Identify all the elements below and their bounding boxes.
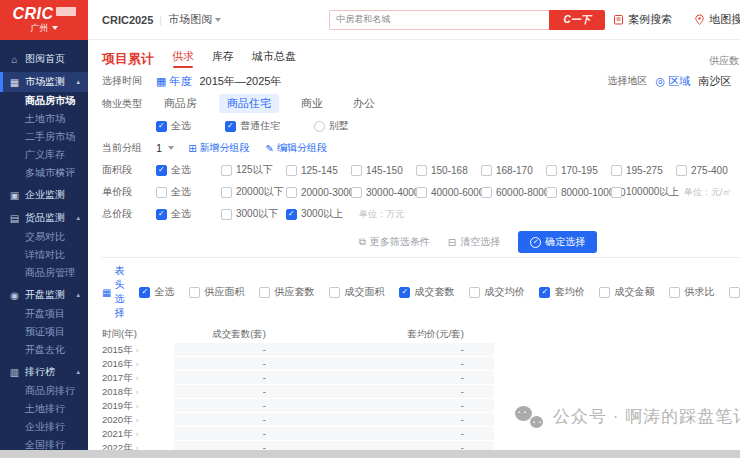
table-cell[interactable]: 2017年› [102,371,174,385]
sidebar-item-home[interactable]: ⌂图阅首页 [0,49,88,69]
add-group-button[interactable]: ⊞新增分组段 [188,141,249,155]
property-type-3[interactable]: 办公 [345,94,383,113]
metric-option-0[interactable]: 全选 [139,285,174,299]
sidebar-item-multi-city-compare[interactable]: 多城市横评 [0,164,88,182]
sidebar-item-opening-project[interactable]: 开盘项目 [0,305,88,323]
sidebar-item-housing-rank[interactable]: 商品房排行 [0,382,88,400]
price-option-7[interactable]: 100000以上 [611,185,676,199]
option-label: 20000以下 [236,185,284,199]
region-value[interactable]: 南沙区 [698,74,731,89]
tab-1[interactable]: 库存 [212,49,234,68]
metric-option-6[interactable]: 套均价 [539,285,584,299]
table-cell: - [174,399,304,413]
table-cell[interactable]: 2018年› [102,385,174,399]
sidebar-item-detail-compare[interactable]: 详情对比 [0,246,88,264]
sidebar-item-enterprise-monitor[interactable]: ▣企业监测 [0,185,88,205]
home-icon: ⌂ [9,54,20,65]
breadcrumb: CRIC2025 | 市场图阅 [102,12,221,27]
price-option-6[interactable]: 80000-100000 [546,185,611,199]
area-option-5[interactable]: 168-170 [481,163,546,177]
enterprise-monitor-icon: ▣ [9,190,20,201]
metric-option-9[interactable]: 同比 [729,285,740,299]
sidebar-item-opening-monitor[interactable]: ◉开盘监测▴ [0,285,88,305]
price-filter-label: 单价段 [102,185,156,199]
sidebar-item-enterprise-rank[interactable]: 企业排行 [0,418,88,436]
tab-0[interactable]: 供求 [172,49,194,68]
checkbox-icon [669,287,680,298]
type-sub-option-0[interactable]: 全选 [156,119,191,133]
price-option-4[interactable]: 40000-60000 [416,185,481,199]
price-option-2[interactable]: 20000-30000 [286,185,351,199]
more-filters-button[interactable]: ⧉更多筛选条件 [359,235,430,249]
sidebar-item-presale-project[interactable]: 预证项目 [0,323,88,341]
sidebar-item-label: 商品房排行 [25,384,75,398]
area-option-3[interactable]: 145-150 [351,163,416,177]
property-type-0[interactable]: 商品房 [156,94,205,113]
sidebar-item-market-monitor[interactable]: ▦市场监测▴ [0,72,88,92]
metric-option-5[interactable]: 成交均价 [469,285,524,299]
table-cell[interactable]: 2021年› [102,427,174,441]
confirm-selection-button[interactable]: ✓确定选择 [518,231,597,253]
metric-option-1[interactable]: 供应面积 [189,285,244,299]
price-option-1[interactable]: 20000以下 [221,185,286,199]
area-option-8[interactable]: 275-400 [676,163,740,177]
chevron-right-icon: › [136,430,139,439]
metric-option-3[interactable]: 成交面积 [329,285,384,299]
area-option-4[interactable]: 150-168 [416,163,481,177]
tab-2[interactable]: 城市总盘 [252,49,296,68]
area-option-6[interactable]: 170-195 [546,163,611,177]
region-mode-toggle[interactable]: ◎ 区域 [656,74,691,89]
breadcrumb-section-dropdown[interactable]: 市场图阅 [168,12,221,27]
edit-group-button[interactable]: ✎编辑分组段 [266,141,327,155]
total-unit-label: 单位：万元 [359,208,404,221]
sidebar-item-ranking[interactable]: ▥排行榜▴ [0,362,88,382]
city-switcher[interactable]: 广州 [31,22,58,35]
total-option-2[interactable]: 3000以上 [286,207,351,221]
area-option-1[interactable]: 125以下 [221,163,286,177]
sidebar-item-land-rank[interactable]: 土地排行 [0,400,88,418]
map-search-button[interactable]: 地图搜索 [694,12,740,27]
area-option-7[interactable]: 195-275 [611,163,676,177]
sidebar-item-opening-absorb[interactable]: 开盘去化 [0,341,88,359]
metric-option-2[interactable]: 供应套数 [259,285,314,299]
property-type-2[interactable]: 商业 [293,94,331,113]
property-type-1[interactable]: 商品住宅 [219,94,279,113]
sidebar-item-housing-manage[interactable]: 商品房管理 [0,264,88,282]
time-mode-toggle[interactable]: ▦ 年度 [156,74,191,89]
area-option-2[interactable]: 125-145 [286,163,351,177]
total-option-0[interactable]: 全选 [156,207,221,221]
sidebar-item-deal-compare[interactable]: 交易对比 [0,228,88,246]
time-range-value[interactable]: 2015年—2025年 [199,74,281,89]
metric-option-7[interactable]: 成交金额 [599,285,654,299]
checkbox-icon [729,287,740,298]
table-row: 2018年›-- [102,385,502,399]
metric-option-8[interactable]: 供求比 [669,285,714,299]
sidebar-item-secondhand-market[interactable]: 二手房市场 [0,128,88,146]
app-window: CRIC 广州 CRIC2025 | 市场图阅 C一下 案例搜索 地图搜索 [0,0,740,450]
price-option-3[interactable]: 30000-40000 [351,185,416,199]
sidebar-item-land-market[interactable]: 土地市场 [0,110,88,128]
type-sub-option-2[interactable]: 别墅 [314,119,349,133]
table-cell[interactable]: 2022年› [102,441,174,450]
total-option-1[interactable]: 3000以下 [221,207,286,221]
table-cell[interactable]: 2015年› [102,343,174,357]
table-cell[interactable]: 2016年› [102,357,174,371]
group-select[interactable]: 1 [156,142,174,154]
search-button[interactable]: C一下 [549,10,605,30]
metric-option-4[interactable]: 成交套数 [399,285,454,299]
sidebar-item-national-rank[interactable]: 全国排行 [0,436,88,450]
option-label: 成交金额 [614,285,654,299]
price-option-5[interactable]: 60000-80000 [481,185,546,199]
case-search-button[interactable]: 案例搜索 [613,12,672,27]
type-sub-option-1[interactable]: 普通住宅 [225,119,280,133]
table-cell[interactable]: 2020年› [102,413,174,427]
area-option-0[interactable]: 全选 [156,163,221,177]
sidebar-item-commodity-housing-market[interactable]: 商品房市场 [0,92,88,110]
price-option-0[interactable]: 全选 [156,185,221,199]
header-select-button[interactable]: ▦表头选择 [102,264,124,320]
sidebar-item-goods-monitor[interactable]: ▤货品监测▴ [0,208,88,228]
sidebar-item-broad-inventory[interactable]: 广义库存 [0,146,88,164]
clear-selection-button[interactable]: ⊟清空选择 [448,235,500,249]
table-cell[interactable]: 2019年› [102,399,174,413]
search-input[interactable] [329,10,549,30]
